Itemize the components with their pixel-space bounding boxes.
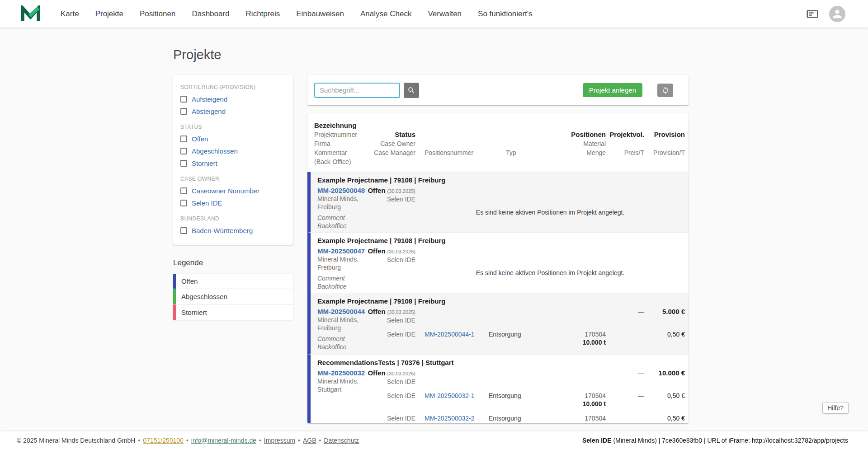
position-typ: Entsorgung <box>479 330 563 346</box>
filter-option-offen[interactable]: Offen <box>180 133 286 145</box>
table-header: Bezeichnung Projektnummer Firma Kommenta… <box>307 113 689 172</box>
project-city: Stuttgart <box>317 385 374 393</box>
project-comment: Comment Backoffice <box>317 214 374 230</box>
project-row: Offen (30.03.2025) Selen IDE <box>374 187 685 206</box>
session-user: Selen IDE <box>582 437 612 444</box>
case-owner: Selen IDE <box>374 195 415 203</box>
nav-item-dashboard[interactable]: Dashboard <box>184 6 237 22</box>
projects-table: Bezeichnung Projektnummer Firma Kommenta… <box>307 113 689 423</box>
project-volume: — <box>606 369 644 386</box>
status-date: (30.03.2025) <box>387 187 415 195</box>
checkbox-unchecked-icon[interactable] <box>180 160 187 167</box>
checkbox-unchecked-icon[interactable] <box>180 108 187 115</box>
footer: © 2025 Mineral Minds Deutschland GmbH • … <box>0 431 868 449</box>
filter-panel: SORTIERUNG (PROVISION) Aufsteigend Abste… <box>173 75 293 245</box>
project-provision: 10.000 € <box>644 369 685 386</box>
status-label: Offen <box>368 369 385 377</box>
email-link[interactable]: info@mineral-minds.de <box>191 437 256 444</box>
nav-item-analyse-check[interactable]: Analyse Check <box>352 6 420 22</box>
project-city: Freiburg <box>317 263 374 271</box>
position-preis: — <box>606 330 644 346</box>
project-main-cell: MM-202500032 Mineral Minds, Stuttgart <box>311 369 374 423</box>
filter-option-absteigend[interactable]: Absteigend <box>180 105 286 117</box>
search-button[interactable] <box>404 83 419 98</box>
position-link[interactable]: MM-202500032-1 <box>425 392 475 399</box>
main-nav: Karte Projekte Positionen Dashboard Rich… <box>52 6 541 22</box>
checkbox-unchecked-icon[interactable] <box>180 227 187 234</box>
datenschutz-link[interactable]: Datenschutz <box>324 437 359 444</box>
header-status: Status Case Owner Case Manager <box>374 121 415 166</box>
filter-section-status: STATUS Offen Abgeschlossen Storniert <box>180 124 286 169</box>
separator: • <box>138 437 140 444</box>
projects-section: Projekt anlegen Bezeichnung Projektnumme… <box>307 75 689 423</box>
checkbox-unchecked-icon[interactable] <box>180 136 187 142</box>
project-company: Mineral Minds, <box>317 255 374 263</box>
legend-list: Offen Abgeschlossen Storniert <box>173 274 293 320</box>
nav-item-verwalten[interactable]: Verwalten <box>420 6 470 22</box>
project-group: Example Projectname | 79108 | Freiburg M… <box>307 172 689 233</box>
filter-option-caseowner-nonumber[interactable]: Caseowner Nonumber <box>180 185 286 197</box>
nav-item-einbauweisen[interactable]: Einbauweisen <box>288 6 352 22</box>
mineral-minds-logo[interactable] <box>20 5 41 22</box>
project-city: Freiburg <box>317 203 374 211</box>
position-provision: 0,50 € <box>644 414 685 423</box>
legend-color-bar <box>173 304 176 320</box>
position-provision: 0,50 € <box>644 392 685 408</box>
project-group-title: Example Projectname | 79108 | Freiburg <box>311 297 689 305</box>
project-main-cell: MM-202500048 Mineral Minds, Freiburg Com… <box>311 187 374 230</box>
refresh-button[interactable] <box>657 84 673 97</box>
case-owner: Selen IDE <box>374 256 415 264</box>
project-comment: Comment Backoffice <box>317 335 374 351</box>
nav-item-richtpreis[interactable]: Richtpreis <box>238 6 288 22</box>
filter-option-aufsteigend[interactable]: Aufsteigend <box>180 93 286 105</box>
project-link[interactable]: MM-202500044 <box>317 308 365 316</box>
top-navbar: Karte Projekte Positionen Dashboard Rich… <box>0 0 868 28</box>
impressum-link[interactable]: Impressum <box>264 437 295 444</box>
filter-option-abgeschlossen[interactable]: Abgeschlossen <box>180 145 286 157</box>
person-icon <box>831 8 844 20</box>
filter-section-label: STATUS <box>180 124 286 130</box>
user-avatar[interactable] <box>829 6 845 22</box>
filter-section-label: SORTIERUNG (PROVISION) <box>180 84 286 90</box>
nav-item-projekte[interactable]: Projekte <box>87 6 132 22</box>
nav-item-so-funktionierts[interactable]: So funktioniert's <box>470 6 540 22</box>
position-menge: 170504 10.000 t <box>563 414 606 423</box>
checkbox-unchecked-icon[interactable] <box>180 96 187 103</box>
sync-icon <box>661 86 670 94</box>
logo-m-icon <box>20 5 41 22</box>
phone-link[interactable]: 07151/250100 <box>143 437 184 444</box>
project-link[interactable]: MM-202500047 <box>317 247 365 255</box>
project-link[interactable]: MM-202500048 <box>317 187 365 195</box>
project-group: RecommendationsTests | 70376 | Stuttgart… <box>307 355 689 423</box>
case-owner: Selen IDE <box>374 316 415 324</box>
checkbox-unchecked-icon[interactable] <box>180 200 187 206</box>
filter-option-storniert[interactable]: Storniert <box>180 157 286 169</box>
status-label: Offen <box>368 247 385 255</box>
agb-link[interactable]: AGB <box>303 437 316 444</box>
empty-positions-message: Es sind keine aktiven Positionen im Proj… <box>374 269 685 277</box>
checkbox-unchecked-icon[interactable] <box>180 187 187 194</box>
case-owner: Selen IDE <box>374 378 415 386</box>
checkbox-unchecked-icon[interactable] <box>180 148 187 154</box>
filter-option-baden-wuerttemberg[interactable]: Baden-Württemberg <box>180 224 286 237</box>
position-link[interactable]: MM-202500032-2 <box>425 415 475 422</box>
filter-option-selen-ide[interactable]: Selen IDE <box>180 197 286 209</box>
help-button[interactable]: Hilfe? <box>822 402 849 414</box>
nav-item-karte[interactable]: Karte <box>52 6 87 22</box>
position-row: Selen IDE MM-202500032-2 Entsorgung 1705… <box>374 414 685 423</box>
position-owner: Selen IDE <box>374 330 415 346</box>
legend-color-bar <box>173 289 176 304</box>
create-project-button[interactable]: Projekt anlegen <box>583 83 642 97</box>
project-link[interactable]: MM-202500032 <box>317 369 365 377</box>
position-link[interactable]: MM-202500044-1 <box>425 331 475 338</box>
status-date: (30.03.2025) <box>387 308 415 316</box>
search-icon <box>407 86 415 94</box>
card-view-icon[interactable] <box>806 7 819 21</box>
project-group: Example Projectname | 79108 | Freiburg M… <box>307 293 689 355</box>
separator: • <box>259 437 261 444</box>
search-input[interactable] <box>314 83 400 98</box>
navbar-right <box>806 6 845 22</box>
legend-color-bar <box>173 274 176 289</box>
nav-item-positionen[interactable]: Positionen <box>132 6 184 22</box>
project-company: Mineral Minds, <box>317 377 374 385</box>
